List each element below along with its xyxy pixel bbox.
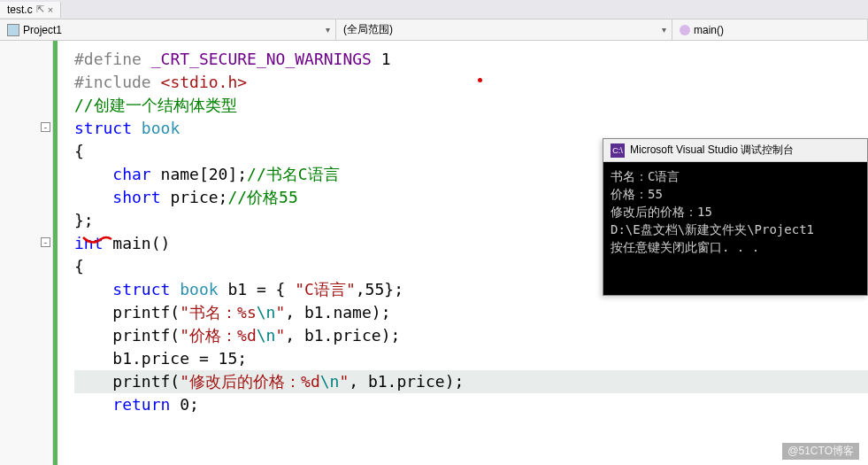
console-output: 书名：C语言价格：55修改后的价格：15D:\E盘文档\新建文件夹\Projec…: [603, 162, 867, 295]
t: _CRT_SECURE_NO_WARNINGS: [151, 50, 372, 68]
member-label: main(): [694, 24, 724, 36]
out: 修改后的价格：15: [611, 203, 860, 221]
t: ": [339, 372, 349, 391]
outline-collapse-struct[interactable]: -: [41, 122, 50, 132]
t: book: [170, 280, 218, 298]
project-dropdown[interactable]: Project1 ▾: [0, 19, 336, 40]
t: 0;: [170, 395, 199, 414]
outline-collapse-main[interactable]: -: [41, 237, 50, 247]
pin-icon[interactable]: ⇱: [36, 4, 44, 15]
gutter: - -: [0, 41, 53, 465]
t: printf(: [74, 303, 180, 322]
t: , b1.name);: [285, 303, 390, 322]
t: ,55};: [356, 280, 403, 298]
out: 价格：55: [611, 185, 860, 203]
t: printf(: [74, 372, 180, 391]
close-icon[interactable]: ×: [48, 4, 53, 15]
out: D:\E盘文档\新建文件夹\Project1: [611, 221, 860, 238]
t: "书名：%s: [180, 303, 257, 322]
member-dropdown[interactable]: main(): [672, 19, 868, 40]
t: printf(: [74, 326, 180, 345]
function-icon: [680, 25, 690, 35]
t: {: [74, 142, 84, 160]
chevron-down-icon: ▾: [326, 25, 330, 35]
t: //书名C语言: [247, 165, 340, 183]
t: , b1.price);: [285, 326, 400, 345]
t: ": [275, 326, 285, 345]
t: "价格：%d: [180, 326, 257, 345]
t: "C语言": [295, 280, 356, 298]
scope-dropdown[interactable]: (全局范围) ▾: [336, 19, 672, 40]
t: struct: [74, 280, 170, 298]
t: name[20];: [151, 165, 247, 183]
t: b1 = {: [219, 280, 296, 298]
console-title-bar[interactable]: C:\ Microsoft Visual Studio 调试控制台: [603, 139, 867, 162]
t: price;: [161, 188, 228, 206]
red-dot-annotation: [478, 78, 482, 82]
out: 书名：C语言: [611, 167, 860, 185]
chevron-down-icon: ▾: [662, 25, 666, 35]
t: #include: [74, 73, 161, 91]
t: <stdio.h>: [161, 73, 248, 91]
file-tab-label: test.c: [7, 4, 33, 16]
file-tab-bar: test.c ⇱ ×: [0, 0, 868, 19]
debug-console-window[interactable]: C:\ Microsoft Visual Studio 调试控制台 书名：C语言…: [603, 138, 868, 296]
project-icon: [7, 24, 19, 36]
t: \n: [257, 303, 276, 322]
t: };: [74, 211, 94, 229]
t: #define: [74, 50, 151, 68]
console-icon: C:\: [611, 143, 625, 158]
t: \n: [320, 372, 340, 391]
t: , b1.price);: [349, 372, 464, 391]
file-tab-testc[interactable]: test.c ⇱ ×: [0, 2, 61, 18]
t: "修改后的价格：%d: [180, 372, 320, 391]
t: return: [74, 395, 170, 414]
t: book: [132, 119, 180, 137]
scope-label: (全局范围): [343, 22, 393, 37]
t: //创建一个结构体类型: [74, 96, 237, 114]
t: char: [74, 165, 151, 183]
t: 1: [372, 50, 391, 68]
out: 按任意键关闭此窗口. . .: [611, 238, 860, 256]
t: //价格55: [227, 188, 297, 206]
navigation-bar: Project1 ▾ (全局范围) ▾ main(): [0, 19, 868, 41]
project-name: Project1: [23, 24, 62, 36]
red-underline-annotation: [81, 234, 113, 246]
t: struct: [74, 119, 132, 137]
t: b1.price = 15;: [74, 349, 247, 368]
watermark: @51CTO博客: [782, 443, 859, 460]
t: {: [74, 257, 84, 275]
t: short: [74, 188, 161, 206]
console-title: Microsoft Visual Studio 调试控制台: [630, 143, 794, 158]
t: ": [275, 303, 285, 322]
t: \n: [257, 326, 276, 345]
